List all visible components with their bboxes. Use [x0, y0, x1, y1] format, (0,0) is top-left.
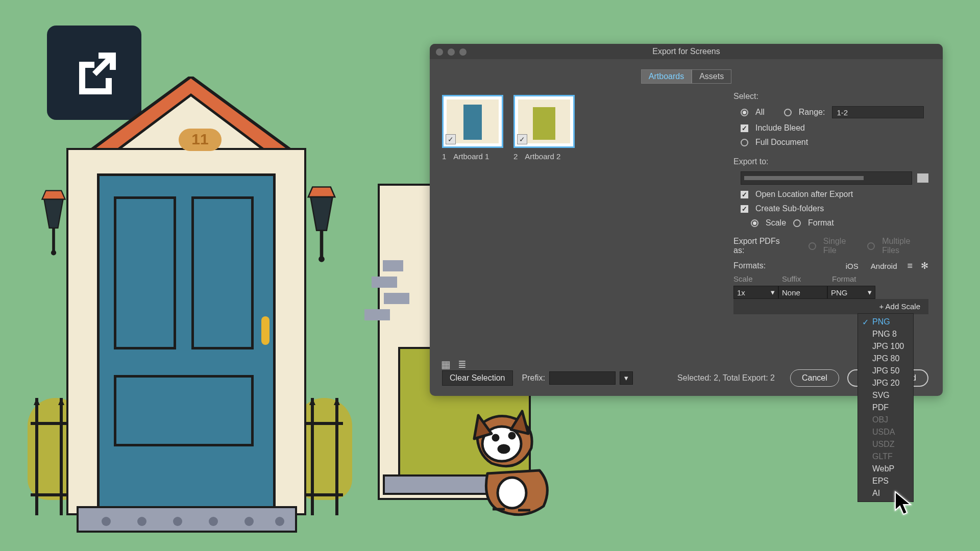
format-option-jpg-50[interactable]: JPG 50 [858, 365, 913, 377]
grid-view-icon[interactable]: ▦ [441, 358, 451, 370]
preset-android-button[interactable]: Android [869, 262, 899, 270]
chevron-down-icon: ▾ [771, 288, 775, 297]
artboard-thumb-2[interactable]: ✓ 2Artboard 2 [513, 95, 575, 161]
decorative-bricks [362, 260, 409, 320]
radio-all-label: All [755, 108, 765, 117]
svg-marker-17 [310, 197, 332, 230]
col-scale: Scale [733, 274, 782, 283]
include-bleed-label: Include Bleed [755, 123, 805, 133]
svg-marker-25 [58, 398, 64, 405]
svg-point-8 [173, 517, 182, 526]
thumb-label: Artboard 2 [525, 152, 560, 161]
col-suffix: Suffix [782, 274, 832, 283]
prefix-label: Prefix: [522, 373, 545, 383]
svg-rect-18 [320, 231, 324, 257]
format-option-obj: OBJ [858, 414, 913, 426]
format-option-usda: USDA [858, 426, 913, 438]
format-select[interactable]: PNG▾ [827, 286, 875, 299]
col-format: Format [832, 274, 883, 283]
preset-ios-button[interactable]: iOS [844, 262, 861, 270]
chevron-down-icon: ▾ [868, 288, 872, 297]
svg-point-15 [51, 250, 56, 255]
house-number: 11 [179, 129, 222, 151]
minimize-icon[interactable] [448, 48, 455, 56]
dialog-title: Export for Screens [652, 47, 720, 56]
thumb-label: Artboard 1 [453, 152, 489, 161]
gear-icon[interactable]: ✻ [921, 260, 928, 271]
format-option-pdf[interactable]: PDF [858, 402, 913, 414]
mouse-cursor [893, 491, 914, 518]
radio-subfolder-format[interactable] [793, 219, 801, 227]
svg-point-9 [209, 517, 218, 526]
svg-point-34 [493, 435, 498, 440]
zoom-icon[interactable] [459, 48, 467, 56]
thumb-index: 1 [442, 152, 446, 161]
radio-subfolder-scale[interactable] [751, 219, 758, 227]
add-scale-button[interactable]: + Add Scale [733, 299, 928, 314]
list-icon[interactable]: ≡ [907, 261, 913, 271]
format-option-eps[interactable]: EPS [858, 475, 913, 487]
scale-select[interactable]: 1x▾ [733, 286, 778, 299]
svg-marker-13 [44, 199, 63, 228]
format-option-jpg-80[interactable]: JPG 80 [858, 353, 913, 365]
format-option-png[interactable]: PNG [858, 316, 913, 328]
single-file-label: Single File [823, 237, 861, 255]
format-option-gltf: GLTF [858, 450, 913, 463]
thumb-check-icon[interactable]: ✓ [446, 134, 456, 144]
open-location-label: Open Location after Export [755, 190, 853, 199]
svg-point-7 [137, 517, 146, 526]
tab-artboards[interactable]: Artboards [641, 69, 692, 84]
folder-icon[interactable] [917, 173, 928, 183]
radio-full-document[interactable] [741, 139, 748, 146]
format-option-webp[interactable]: WebP [858, 463, 913, 475]
checkbox-include-bleed[interactable] [741, 124, 748, 132]
checkbox-open-location[interactable] [741, 191, 748, 198]
svg-marker-37 [895, 492, 911, 514]
svg-point-35 [509, 433, 514, 438]
format-option-jpg-100[interactable]: JPG 100 [858, 340, 913, 353]
svg-marker-12 [42, 191, 65, 199]
thumb-check-icon[interactable]: ✓ [517, 134, 527, 144]
range-input[interactable] [832, 106, 924, 118]
formats-label: Formats: [733, 261, 766, 270]
format-dropdown-menu[interactable]: PNGPNG 8JPG 100JPG 80JPG 50JPG 20SVGPDFO… [857, 313, 914, 502]
svg-rect-14 [52, 228, 55, 251]
svg-point-6 [102, 517, 111, 526]
artwork-door-blue: 11 [31, 82, 327, 510]
format-option-png-8[interactable]: PNG 8 [858, 328, 913, 340]
tab-assets[interactable]: Assets [692, 69, 731, 84]
subfolder-scale-label: Scale [766, 218, 786, 228]
full-document-label: Full Document [755, 138, 808, 147]
svg-point-10 [244, 517, 254, 526]
subfolder-format-label: Format [808, 218, 834, 228]
checkbox-create-subfolders[interactable] [741, 205, 748, 213]
list-view-icon[interactable]: ≣ [458, 358, 467, 370]
format-option-jpg-20[interactable]: JPG 20 [858, 377, 913, 389]
export-pdfs-label: Export PDFs as: [733, 237, 791, 255]
dialog-titlebar[interactable]: Export for Screens [430, 44, 943, 59]
artboard-thumb-1[interactable]: ✓ 1Artboard 1 [442, 95, 503, 161]
svg-point-11 [275, 517, 284, 526]
svg-marker-24 [34, 398, 40, 405]
radio-range[interactable] [784, 109, 792, 116]
radio-all[interactable] [741, 109, 748, 116]
export-path-input[interactable] [741, 171, 912, 185]
window-controls[interactable] [436, 48, 467, 56]
multiple-files-label: Multiple Files [882, 237, 928, 255]
prefix-dropdown[interactable]: ▾ [620, 371, 633, 385]
clear-selection-button[interactable]: Clear Selection [442, 370, 513, 386]
svg-marker-16 [308, 187, 335, 197]
format-option-svg[interactable]: SVG [858, 389, 913, 402]
select-label: Select: [733, 92, 928, 101]
format-option-usdz: USDZ [858, 438, 913, 450]
close-icon[interactable] [436, 48, 443, 56]
artwork-dog [457, 407, 559, 519]
prefix-input[interactable] [549, 371, 616, 385]
export-to-label: Export to: [733, 157, 928, 166]
create-subfolders-label: Create Sub-folders [755, 204, 824, 213]
radio-single-file [808, 242, 816, 250]
svg-marker-30 [309, 398, 315, 405]
suffix-input[interactable]: None [778, 286, 827, 299]
cancel-button[interactable]: Cancel [790, 369, 839, 387]
svg-marker-31 [334, 398, 340, 405]
